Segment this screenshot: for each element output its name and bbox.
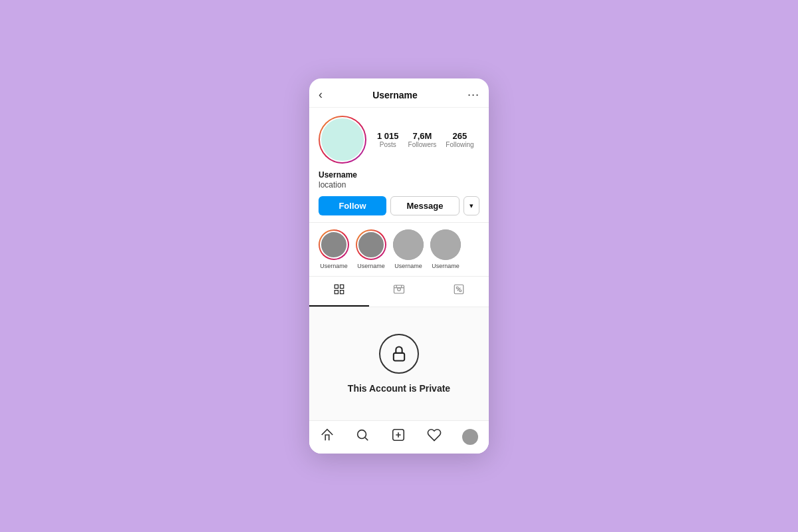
following-label: Following [446, 141, 473, 148]
phone-frame: ‹ Username ··· 1 015 Posts 7,6M Follower… [309, 78, 489, 454]
svg-point-13 [358, 430, 366, 439]
home-nav-icon[interactable] [320, 428, 334, 446]
profile-nav-avatar[interactable] [462, 429, 478, 445]
private-account-section: This Account is Private [309, 307, 489, 420]
story-item-2[interactable]: Username [356, 229, 386, 269]
svg-rect-4 [394, 285, 404, 293]
tab-grid[interactable] [309, 277, 369, 307]
profile-location: location [319, 180, 479, 190]
search-nav-icon[interactable] [355, 428, 370, 446]
story-item-4[interactable]: Username [430, 229, 461, 269]
svg-rect-2 [334, 291, 338, 294]
profile-top: 1 015 Posts 7,6M Followers 265 Following [319, 116, 479, 164]
heart-nav-icon[interactable] [427, 428, 442, 446]
story-circle-2 [356, 229, 386, 260]
stats-row: 1 015 Posts 7,6M Followers 265 Following [377, 131, 479, 149]
story-avatar-1 [320, 231, 348, 259]
story-label-3: Username [394, 263, 422, 269]
posts-label: Posts [380, 141, 396, 148]
avatar [320, 117, 365, 162]
tagged-icon [453, 283, 465, 299]
story-circle-1 [319, 229, 349, 260]
profile-section: 1 015 Posts 7,6M Followers 265 Following… [309, 108, 489, 223]
followers-stat[interactable]: 7,6M Followers [408, 131, 437, 149]
story-item-1[interactable]: Username [319, 229, 349, 269]
story-avatar-3 [393, 229, 424, 260]
story-avatar-4 [430, 229, 461, 260]
posts-count: 1 015 [377, 131, 399, 142]
story-label-1: Username [320, 263, 348, 269]
add-nav-icon[interactable] [391, 428, 406, 446]
back-icon[interactable]: ‹ [319, 88, 323, 102]
svg-point-10 [456, 287, 458, 289]
action-buttons: Follow Message ▾ [319, 196, 479, 215]
private-account-text: This Account is Private [348, 383, 450, 394]
svg-point-5 [398, 288, 401, 291]
more-options-icon[interactable]: ··· [467, 88, 479, 102]
content-tab-bar [309, 277, 489, 307]
grid-icon [333, 283, 345, 299]
follow-button[interactable]: Follow [319, 196, 386, 215]
following-count: 265 [453, 131, 467, 142]
story-circle-3 [393, 229, 424, 260]
story-item-3[interactable]: Username [393, 229, 424, 269]
header-username: Username [372, 90, 418, 100]
story-label-4: Username [432, 263, 460, 269]
profile-header: ‹ Username ··· [309, 78, 489, 108]
following-stat[interactable]: 265 Following [446, 131, 473, 149]
svg-rect-3 [340, 291, 344, 294]
reels-icon [393, 283, 405, 299]
svg-rect-0 [334, 285, 338, 288]
svg-line-14 [366, 438, 368, 440]
story-circle-4 [430, 229, 461, 260]
message-button[interactable]: Message [390, 196, 460, 215]
dropdown-button[interactable]: ▾ [464, 196, 479, 215]
followers-count: 7,6M [412, 131, 432, 142]
story-label-2: Username [357, 263, 385, 269]
followers-label: Followers [408, 141, 437, 148]
stories-row: Username Username Username Username [309, 223, 489, 277]
avatar-wrapper [319, 116, 366, 164]
lock-circle [379, 334, 419, 374]
profile-name: Username [319, 170, 479, 180]
story-avatar-2 [357, 231, 385, 259]
svg-rect-1 [340, 285, 344, 288]
posts-stat: 1 015 Posts [377, 131, 399, 149]
bottom-nav [309, 420, 489, 454]
lock-icon [390, 344, 408, 363]
svg-rect-12 [394, 353, 404, 361]
svg-point-11 [460, 290, 462, 292]
tab-reels[interactable] [369, 277, 429, 307]
tab-tagged[interactable] [429, 277, 489, 307]
